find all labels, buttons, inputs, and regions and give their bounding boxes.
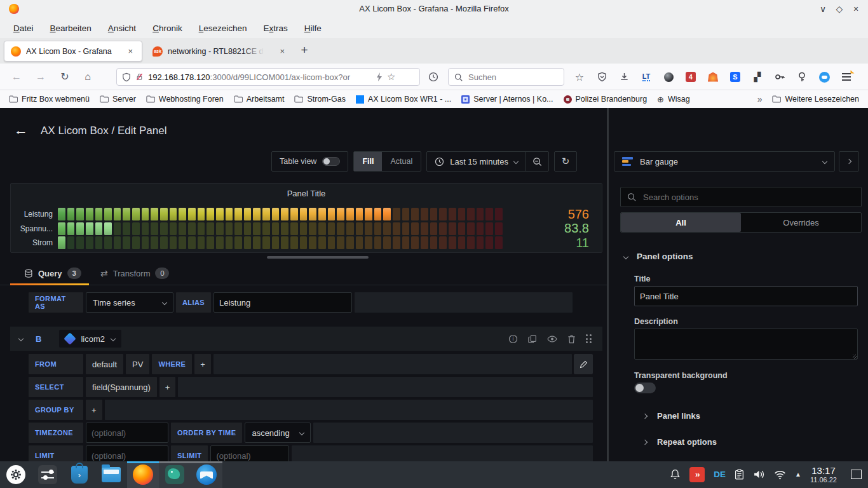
menu-extras[interactable]: Extras	[257, 21, 295, 36]
tab-ax-licom-box[interactable]: AX Licom Box - Grafana ×	[4, 41, 142, 62]
tab-close-icon[interactable]: ×	[277, 46, 287, 56]
app-launcher-button[interactable]	[0, 461, 32, 488]
languagetool-icon[interactable]: LT	[639, 69, 654, 85]
limit-input[interactable]	[86, 445, 168, 461]
transparent-background-toggle[interactable]	[634, 383, 656, 393]
bookmarks-overflow-chevron[interactable]: »	[754, 92, 766, 106]
search-input[interactable]	[467, 72, 543, 83]
bookmark-item[interactable]: ⊕Wisag	[653, 93, 694, 105]
bookmark-item[interactable]: Webhosting Foren	[142, 93, 227, 105]
url-bar[interactable]: 192.168.178.120:3000/d/99LICOM001/ax-lic…	[116, 68, 420, 86]
discover-button[interactable]: ›	[64, 461, 95, 488]
hide-query-eye-icon[interactable]	[547, 334, 557, 344]
privacy-sphere-icon[interactable]	[661, 69, 676, 85]
slimit-input[interactable]	[210, 445, 289, 461]
menu-ansicht[interactable]: Ansicht	[101, 21, 143, 36]
time-range-picker[interactable]: Last 15 minutes	[427, 157, 526, 166]
format-as-select[interactable]: Time series	[86, 292, 173, 313]
s-extension-icon[interactable]: S	[728, 69, 743, 85]
tab-transform[interactable]: ⇄ Transform 0	[100, 268, 169, 279]
history-clock-icon[interactable]	[424, 69, 442, 85]
url-text[interactable]: 192.168.178.120:3000/d/99LICOM001/ax-lic…	[148, 72, 372, 82]
timezone-input[interactable]	[86, 423, 168, 443]
add-select-button[interactable]: +	[159, 377, 176, 397]
bookmark-page-star-icon[interactable]: ☆	[387, 71, 395, 83]
bookmark-star-icon[interactable]: ☆	[572, 69, 587, 85]
password-key-icon[interactable]	[772, 69, 787, 85]
foxyproxy-icon[interactable]	[705, 69, 721, 85]
close-button[interactable]: ×	[849, 2, 863, 16]
panel-options-section-header[interactable]: Panel options	[624, 252, 693, 261]
download-icon[interactable]	[616, 69, 632, 85]
actual-button[interactable]: Actual	[382, 152, 421, 171]
tab-close-icon[interactable]: ×	[125, 46, 135, 56]
options-search-input[interactable]	[642, 192, 845, 203]
minimize-button[interactable]: ∨	[816, 2, 830, 16]
bookmark-item[interactable]: Strom-Gas	[290, 93, 349, 105]
app-menu-icon[interactable]	[839, 69, 854, 85]
delete-query-trash-icon[interactable]	[567, 334, 576, 344]
qr-extension-icon[interactable]: ▞	[750, 69, 765, 85]
query-b-header[interactable]: B licom2 i	[10, 327, 602, 351]
firefox-task-button[interactable]	[127, 461, 159, 488]
query-help-icon[interactable]: i	[508, 334, 518, 344]
wifi-icon[interactable]	[774, 470, 786, 480]
search-bar[interactable]	[448, 68, 564, 86]
bookmark-item[interactable]: Server	[96, 93, 140, 105]
lightning-icon[interactable]	[376, 72, 383, 81]
home-button[interactable]: ⌂	[79, 69, 97, 85]
add-where-button[interactable]: +	[194, 354, 211, 374]
bookmark-item[interactable]: AX Licom Box WR1 - ...	[352, 93, 455, 105]
dolphin-file-manager-button[interactable]	[95, 461, 127, 488]
search-key-icon[interactable]	[794, 69, 810, 85]
from-measurement-segment[interactable]: PV	[126, 354, 149, 374]
clipboard-icon[interactable]	[735, 469, 744, 480]
bookmark-item[interactable]: Polizei Brandenburg	[560, 93, 651, 105]
bookmark-item[interactable]: Fritz Box webmenü	[5, 93, 93, 105]
adblock-counter-icon[interactable]: 4	[683, 69, 698, 85]
refresh-button[interactable]: ↻	[554, 151, 577, 172]
textarea-resize-grip[interactable]	[853, 355, 857, 359]
tab-networking[interactable]: ask networking - RTL8821CE dr ×	[146, 41, 294, 62]
table-view-switch[interactable]	[322, 157, 340, 166]
orderby-select[interactable]: ascending	[245, 423, 311, 443]
back-button[interactable]: ←	[8, 69, 25, 85]
menu-hilfe[interactable]: Hilfe	[297, 21, 329, 36]
datasource-picker[interactable]: licom2	[59, 330, 121, 348]
menu-datei[interactable]: Datei	[6, 21, 41, 36]
new-tab-button[interactable]: +	[296, 43, 313, 57]
panel-title-input[interactable]	[634, 286, 858, 306]
bookmark-item[interactable]: Server | Aternos | Ko...	[458, 93, 557, 105]
menu-lesezeichen[interactable]: Lesezeichen	[192, 21, 254, 36]
menu-bearbeiten[interactable]: Bearbeiten	[43, 21, 98, 36]
collapse-pane-button[interactable]	[839, 151, 859, 172]
cloud-sync-icon[interactable]	[817, 69, 832, 85]
repeat-options-section-header[interactable]: Repeat options	[643, 437, 717, 447]
keyboard-layout-indicator[interactable]: DE	[714, 470, 726, 479]
bookmark-item[interactable]: Arbeitsamt	[230, 93, 288, 105]
options-search[interactable]	[620, 187, 862, 207]
panel-resize-handle[interactable]	[267, 256, 369, 259]
table-view-toggle[interactable]: Table view	[271, 151, 348, 172]
duplicate-query-icon[interactable]	[528, 334, 537, 344]
preview-panel[interactable]: Panel Title Leistung576Spannu...83.8Stro…	[10, 183, 602, 253]
tab-all[interactable]: All	[621, 213, 741, 232]
pocket-shield-icon[interactable]	[594, 69, 609, 85]
volume-icon[interactable]	[753, 469, 765, 480]
reload-button[interactable]: ↻	[56, 69, 74, 85]
tab-query[interactable]: Query 3	[24, 268, 81, 279]
description-textarea[interactable]	[634, 329, 858, 360]
anydesk-tray-icon[interactable]: ››	[689, 467, 705, 482]
menu-chronik[interactable]: Chronik	[146, 21, 189, 36]
add-groupby-button[interactable]: +	[86, 400, 102, 420]
panel-links-section-header[interactable]: Panel links	[643, 411, 700, 421]
drag-handle-icon[interactable]	[586, 334, 593, 343]
system-settings-button[interactable]	[32, 461, 64, 488]
visualization-picker[interactable]: Bar gauge	[614, 151, 835, 172]
dino-messenger-task-button[interactable]	[159, 461, 191, 488]
clock[interactable]: 13:17 11.06.22	[810, 465, 837, 484]
alias-input[interactable]	[214, 292, 352, 313]
bookmarks-more-folder[interactable]: Weitere Lesezeichen	[768, 93, 863, 105]
tray-expand-arrow-icon[interactable]: ▲	[795, 471, 801, 478]
show-desktop-button[interactable]	[851, 470, 862, 479]
